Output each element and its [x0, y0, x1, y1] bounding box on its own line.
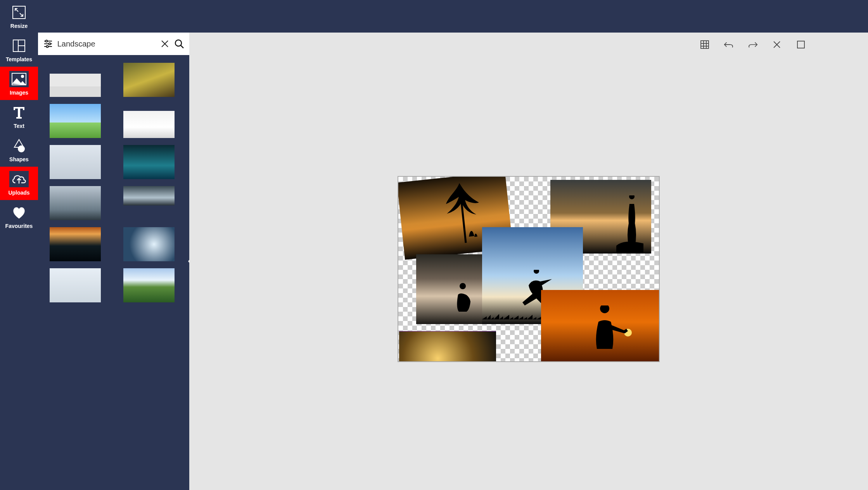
canvas-toolbar: [700, 40, 806, 50]
image-thumb[interactable]: [50, 268, 101, 302]
top-bar: [0, 0, 868, 33]
svg-line-16: [181, 45, 183, 48]
fullscreen-icon[interactable]: [796, 40, 806, 50]
image-thumb[interactable]: [50, 145, 101, 179]
svg-rect-24: [797, 41, 804, 48]
svg-point-10: [48, 43, 50, 45]
search-icon[interactable]: [174, 38, 185, 49]
nav-item-resize[interactable]: Resize: [0, 0, 38, 33]
svg-point-8: [45, 40, 47, 42]
nav-label: Shapes: [9, 156, 29, 162]
nav-label: Templates: [6, 56, 32, 62]
nav-item-uploads[interactable]: Uploads: [0, 167, 38, 200]
image-thumbnail-grid: [38, 55, 189, 490]
image-thumb[interactable]: [123, 227, 175, 261]
nav-item-templates[interactable]: Templates: [0, 33, 38, 67]
undo-icon[interactable]: [724, 40, 734, 50]
image-thumb[interactable]: [123, 111, 175, 138]
nav-item-favourites[interactable]: Favourites: [0, 200, 38, 233]
canvas-frame[interactable]: [398, 176, 660, 362]
svg-rect-17: [701, 41, 709, 48]
image-thumb[interactable]: [123, 268, 175, 302]
nav-label: Favourites: [5, 223, 33, 229]
nav-label: Resize: [10, 23, 28, 29]
search-input[interactable]: [57, 38, 156, 50]
nav-label: Uploads: [8, 190, 29, 196]
favourites-icon: [9, 204, 29, 221]
svg-point-6: [18, 145, 25, 152]
image-thumb[interactable]: [50, 186, 101, 220]
canvas-image[interactable]: [541, 290, 659, 361]
uploads-icon: [9, 171, 29, 187]
nav-item-images[interactable]: Images: [0, 67, 38, 100]
redo-icon[interactable]: [748, 40, 758, 50]
image-thumb[interactable]: [50, 104, 101, 138]
svg-rect-25: [460, 200, 467, 243]
image-thumb[interactable]: [50, 227, 101, 261]
nav-item-shapes[interactable]: Shapes: [0, 133, 38, 167]
nav-label: Text: [14, 123, 24, 129]
canvas-area: [189, 33, 868, 490]
image-library-panel: [38, 33, 189, 490]
image-thumb[interactable]: [123, 145, 175, 179]
image-thumb[interactable]: [123, 186, 175, 205]
templates-icon: [9, 38, 29, 54]
svg-point-15: [175, 40, 182, 46]
nav-item-text[interactable]: Text: [0, 100, 38, 133]
svg-rect-0: [13, 6, 25, 19]
canvas-image[interactable]: [399, 331, 496, 361]
grid-toggle-icon[interactable]: [700, 40, 710, 50]
shapes-icon: [9, 138, 29, 154]
search-bar: [38, 33, 189, 55]
filter-icon[interactable]: [43, 38, 54, 49]
svg-point-5: [21, 75, 24, 78]
svg-point-12: [46, 46, 48, 48]
image-thumb[interactable]: [50, 74, 101, 97]
left-sidebar: Resize Templates Images: [0, 0, 38, 490]
clear-search-icon[interactable]: [159, 38, 170, 49]
images-icon: [9, 71, 29, 87]
main-area: Resize Templates Images: [0, 33, 868, 490]
close-icon[interactable]: [772, 40, 782, 50]
resize-icon: [9, 4, 29, 21]
text-icon: [9, 104, 29, 121]
image-thumb[interactable]: [123, 63, 175, 97]
nav-label: Images: [10, 90, 28, 96]
